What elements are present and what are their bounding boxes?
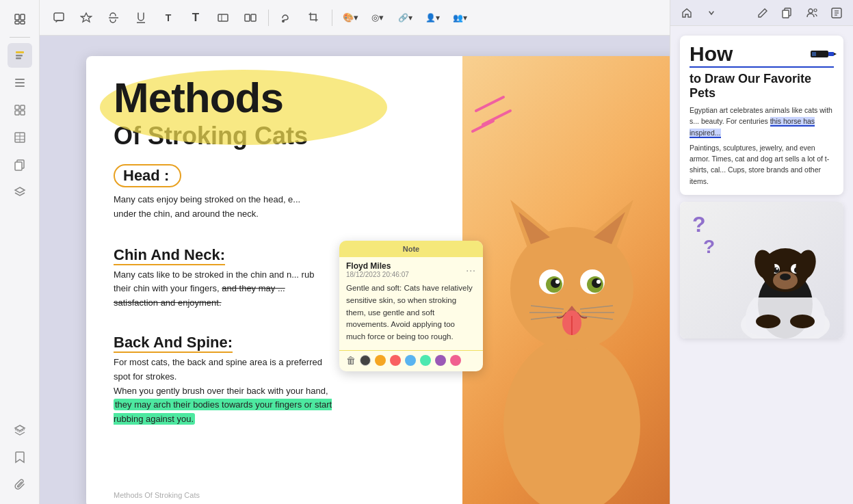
svg-rect-10	[15, 105, 19, 109]
question-mark-2: ?	[703, 237, 715, 258]
svg-rect-20	[54, 13, 64, 21]
svg-point-80	[790, 315, 815, 328]
sidebar-icon-bookmark[interactable]	[8, 445, 32, 470]
right-panel: How to Draw Our Favorite Pets Egyptian a…	[670, 0, 853, 504]
back-body: For most cats, the back and spine area i…	[114, 356, 339, 427]
comment-button[interactable]	[48, 7, 70, 29]
underline-button[interactable]	[130, 7, 152, 29]
note-date: 18/12/2023 20:46:07	[346, 271, 409, 278]
color-button[interactable]: 🎨▾	[339, 7, 361, 29]
svg-rect-11	[21, 105, 25, 109]
svg-point-27	[282, 20, 285, 23]
document-page: Methods Of Stroking Cats Head : Many cat…	[86, 56, 670, 504]
text-normal-button[interactable]: T	[157, 7, 179, 29]
color-dot-purple[interactable]	[435, 355, 446, 366]
dog-image-placeholder: ? ?	[680, 202, 843, 339]
sidebar-divider-1	[10, 37, 30, 38]
share-button[interactable]: 👥▾	[449, 7, 471, 29]
note-header: Note	[339, 241, 483, 257]
color-dot-dark[interactable]	[360, 355, 371, 366]
color-dot-blue[interactable]	[405, 355, 416, 366]
svg-point-56	[809, 9, 813, 13]
color-dot-orange[interactable]	[375, 355, 386, 366]
preview-title-line	[690, 66, 834, 68]
strikethrough-button[interactable]	[103, 7, 124, 29]
section-head: Head :	[114, 164, 449, 187]
sidebar-icon-layers2[interactable]	[8, 180, 32, 204]
head-body: Many cats enjoy being stroked on the hea…	[114, 193, 319, 222]
text-box-button[interactable]	[212, 7, 234, 29]
columns-button[interactable]	[239, 7, 261, 29]
svg-point-75	[776, 267, 778, 269]
shape-button[interactable]	[75, 7, 97, 29]
svg-rect-63	[828, 52, 834, 56]
panel-share-button[interactable]	[827, 3, 846, 23]
right-panel-content: How to Draw Our Favorite Pets Egyptian a…	[670, 26, 853, 504]
dog-illustration	[734, 215, 837, 339]
left-sidebar	[0, 0, 40, 504]
effects-button[interactable]: ◎▾	[367, 7, 389, 29]
svg-line-28	[476, 97, 503, 111]
sidebar-icon-list[interactable]	[8, 70, 32, 95]
sidebar-icon-pages[interactable]	[8, 7, 32, 31]
sidebar-icon-attachment[interactable]	[8, 473, 32, 497]
svg-point-44	[596, 280, 601, 284]
toolbar-sep-2	[332, 10, 332, 26]
color-dot-red[interactable]	[390, 355, 401, 366]
canvas-area: Methods Of Stroking Cats Head : Many cat…	[40, 36, 670, 504]
cat-image-area	[462, 56, 670, 504]
preview-body-2: Paintings, sculptures, jewelry, and even…	[690, 142, 834, 187]
panel-dropdown-button[interactable]	[702, 3, 721, 23]
svg-rect-2	[15, 21, 19, 24]
color-dot-teal[interactable]	[420, 355, 431, 366]
panel-home-button[interactable]	[677, 3, 696, 23]
panel-users-button[interactable]	[802, 3, 822, 23]
head-heading: Head :	[114, 164, 181, 187]
svg-point-79	[756, 315, 780, 328]
green-highlight: they may arch their bodies towards your …	[114, 399, 332, 425]
svg-point-31	[503, 336, 640, 504]
svg-rect-3	[21, 21, 25, 24]
svg-rect-19	[15, 162, 22, 170]
doc-footer: Methods Of Stroking Cats	[114, 491, 200, 499]
sidebar-icon-layers[interactable]	[8, 418, 32, 442]
panel-annotate-button[interactable]	[753, 3, 772, 23]
sidebar-icon-grid[interactable]	[8, 98, 32, 122]
sidebar-icon-copy[interactable]	[8, 152, 32, 177]
right-panel-header	[670, 0, 853, 26]
svg-rect-65	[812, 52, 816, 56]
note-delete-button[interactable]: 🗑	[346, 355, 356, 366]
svg-rect-25	[245, 14, 250, 21]
sidebar-icon-highlight[interactable]	[8, 43, 32, 68]
note-more-button[interactable]: ···	[466, 265, 476, 276]
svg-point-70	[780, 274, 791, 280]
preview-doc: How to Draw Our Favorite Pets Egyptian a…	[680, 36, 843, 195]
note-meta: Floyd Miles 18/12/2023 20:46:07 ···	[339, 257, 483, 280]
chin-body: Many cats like to be stroked in the chin…	[114, 268, 319, 310]
text-large-button[interactable]: T	[185, 7, 207, 29]
svg-point-57	[814, 9, 817, 12]
note-author-name: Floyd Miles	[346, 261, 409, 271]
svg-rect-9	[15, 85, 25, 87]
strikethrough-text: and they may ...	[222, 283, 285, 293]
user-button[interactable]: 👤▾	[421, 7, 443, 29]
link-button[interactable]: 🔗▾	[394, 7, 416, 29]
svg-rect-8	[15, 82, 25, 83]
deco-lines-svg	[469, 90, 538, 145]
svg-rect-13	[21, 111, 25, 115]
panel-copy2-button[interactable]	[778, 3, 797, 23]
preview-body-1: Egyptian art celebrates animals like cat…	[690, 105, 834, 138]
svg-rect-55	[783, 10, 789, 18]
crop-button[interactable]	[303, 7, 325, 29]
svg-rect-6	[16, 57, 21, 59]
svg-line-30	[473, 121, 493, 131]
svg-marker-64	[834, 53, 837, 55]
note-popup: Note Floyd Miles 18/12/2023 20:46:07 ···…	[339, 241, 483, 371]
svg-rect-1	[21, 14, 25, 20]
svg-rect-5	[16, 55, 23, 57]
preview-subtitle: to Draw Our Favorite Pets	[690, 72, 834, 101]
doc-title-block: Methods Of Stroking Cats	[114, 77, 449, 150]
sidebar-icon-table[interactable]	[8, 125, 32, 150]
paint-button[interactable]	[276, 7, 298, 29]
color-dot-pink[interactable]	[450, 355, 461, 366]
